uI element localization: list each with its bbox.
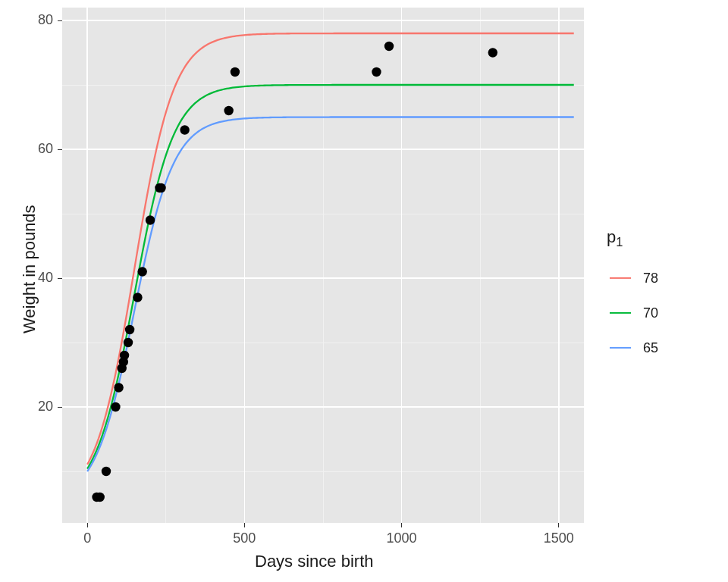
data-point <box>156 183 165 192</box>
legend-label: 78 <box>643 271 658 286</box>
x-axis-title: Days since birth <box>255 552 374 571</box>
legend-key <box>607 302 634 324</box>
legend-line-icon <box>610 277 631 279</box>
plot-svg <box>0 0 728 582</box>
y-tick-label: 20 <box>38 399 53 415</box>
x-tick-label: 1500 <box>540 530 578 546</box>
data-point <box>384 42 394 51</box>
series-line-65 <box>87 117 574 472</box>
chart-root: 05001000150020406080 Days since birth We… <box>0 0 728 582</box>
series-line-78 <box>87 33 574 465</box>
legend-item-70: 70 <box>607 302 658 324</box>
legend-line-icon <box>610 312 631 314</box>
y-tick-label: 80 <box>38 12 53 28</box>
data-point <box>224 106 233 115</box>
legend-key <box>607 267 634 289</box>
data-point <box>133 293 142 302</box>
data-point <box>125 325 134 334</box>
x-tick-label: 500 <box>225 530 263 546</box>
data-point <box>137 267 146 276</box>
legend-item-78: 78 <box>607 267 658 289</box>
y-axis-title: Weight in pounds <box>20 205 39 333</box>
data-point <box>96 493 105 502</box>
legend-label: 70 <box>643 305 658 321</box>
series-lines <box>87 33 574 471</box>
data-point <box>372 67 381 77</box>
data-point <box>120 351 129 360</box>
x-tick-label: 1000 <box>383 530 421 546</box>
data-point <box>146 215 155 224</box>
data-point <box>488 48 497 57</box>
x-tick-label: 0 <box>68 530 106 546</box>
legend-label: 65 <box>643 340 658 356</box>
series-line-70 <box>87 85 574 469</box>
legend-item-65: 65 <box>607 336 658 359</box>
scatter-points <box>92 42 497 502</box>
data-point <box>102 467 111 476</box>
legend-line-icon <box>610 347 631 349</box>
legend-key <box>607 336 634 359</box>
data-point <box>111 402 120 411</box>
data-point <box>231 67 240 77</box>
y-tick-label: 60 <box>38 141 53 157</box>
data-point <box>180 125 189 134</box>
data-point <box>124 338 133 347</box>
y-tick-label: 40 <box>38 270 53 286</box>
data-point <box>114 383 123 392</box>
legend-title: p1 <box>607 227 623 249</box>
